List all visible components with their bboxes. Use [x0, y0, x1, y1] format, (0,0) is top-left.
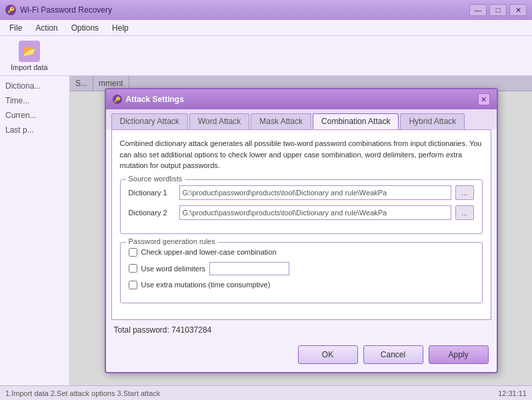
tab-mask-attack[interactable]: Mask Attack [251, 113, 311, 129]
password-rules-group: Password generation rules Check upper-an… [120, 242, 483, 303]
tab-word-attack[interactable]: Word Attack [189, 113, 249, 129]
menu-bar: File Action Options Help [0, 20, 532, 36]
total-password-label: Total password: [114, 325, 169, 335]
left-item-2[interactable]: Time... [0, 93, 69, 108]
minimize-button[interactable]: — [469, 4, 487, 16]
content-area: Dictiona... Time... Curren... Last p... … [0, 76, 532, 385]
check-delimiters-row: Use word delimiters [129, 262, 474, 275]
toolbar: 📂 Import data [0, 36, 532, 76]
left-item-3[interactable]: Curren... [0, 108, 69, 123]
check-delimiters-label: Use word delimiters [141, 265, 206, 273]
check-uppercase-checkbox[interactable] [129, 248, 137, 257]
source-wordlists-group: Source wordlists Dictionary 1 ... Dictio… [120, 179, 483, 234]
tab-hybrid-attack[interactable]: Hybrid Attack [400, 113, 465, 129]
check-delimiters-checkbox[interactable] [129, 264, 137, 273]
title-bar: 🔑 Wi-Fi Password Recovery — □ ✕ [0, 0, 532, 20]
cancel-button[interactable]: Cancel [363, 345, 423, 364]
import-data-button[interactable]: 📂 Import data [5, 38, 53, 74]
check-uppercase-row: Check upper-and lower-case combination [129, 248, 474, 257]
dict1-browse-button[interactable]: ... [455, 185, 474, 200]
close-window-button[interactable]: ✕ [509, 4, 527, 16]
description-text: Combined dictionary attack generates all… [120, 138, 483, 171]
status-bar: 1.Import data 2.Set attack options 3.Sta… [0, 385, 532, 400]
app-title: Wi-Fi Password Recovery [20, 5, 469, 15]
status-time: 12:31:11 [498, 389, 527, 397]
right-panel: S... mment 🔑 Attack Settings ✕ [70, 76, 532, 385]
modal-overlay: 🔑 Attack Settings ✕ Dictionary Attack Wo… [70, 76, 532, 385]
source-wordlists-label: Source wordlists [126, 175, 185, 183]
tab-dictionary-attack[interactable]: Dictionary Attack [111, 113, 188, 129]
dialog-title-bar: 🔑 Attack Settings ✕ [106, 89, 497, 109]
dialog-tabs: Dictionary Attack Word Attack Mask Attac… [106, 109, 497, 129]
check-uppercase-label: Check upper-and lower-case combination [141, 248, 277, 256]
tab-combination-attack[interactable]: Combination Attack [313, 113, 399, 129]
maximize-button[interactable]: □ [489, 4, 507, 16]
dict1-input[interactable] [179, 185, 451, 200]
dictionary2-row: Dictionary 2 ... [129, 205, 474, 220]
total-password-row: Total password: 741037284 [106, 320, 497, 340]
left-item-1[interactable]: Dictiona... [0, 79, 69, 93]
password-rules-label: Password generation rules [126, 237, 218, 245]
dialog-title: 🔑 Attack Settings [113, 95, 184, 104]
dialog-title-text: Attack Settings [126, 95, 184, 104]
title-bar-controls: — □ ✕ [469, 4, 527, 16]
check-mutations-checkbox[interactable] [129, 281, 137, 289]
dialog-icon: 🔑 [113, 95, 122, 104]
menu-action[interactable]: Action [29, 22, 64, 34]
dialog-buttons: OK Cancel Apply [106, 340, 497, 372]
total-password-value: 741037284 [171, 325, 211, 335]
menu-help[interactable]: Help [105, 22, 135, 34]
dictionary1-row: Dictionary 1 ... [129, 185, 474, 200]
dialog-close-button[interactable]: ✕ [478, 93, 490, 105]
main-window: 🔑 Wi-Fi Password Recovery — □ ✕ File Act… [0, 0, 532, 400]
import-icon: 📂 [19, 41, 40, 62]
status-steps: 1.Import data 2.Set attack options 3.Sta… [5, 389, 160, 397]
import-data-label: Import data [11, 63, 48, 71]
check-mutations-row: Use extra mutations (time consumptive) [129, 281, 474, 289]
apply-button[interactable]: Apply [429, 345, 489, 364]
dict2-input[interactable] [179, 205, 451, 220]
dict2-browse-button[interactable]: ... [455, 205, 474, 220]
tab-content: Combined dictionary attack generates all… [111, 129, 491, 320]
attack-settings-dialog: 🔑 Attack Settings ✕ Dictionary Attack Wo… [105, 88, 498, 373]
left-panel: Dictiona... Time... Curren... Last p... [0, 76, 70, 385]
left-item-4[interactable]: Last p... [0, 123, 69, 137]
dict1-label: Dictionary 1 [129, 189, 175, 197]
dict2-label: Dictionary 2 [129, 209, 175, 217]
app-icon: 🔑 [5, 5, 16, 15]
menu-file[interactable]: File [3, 22, 29, 34]
delimiter-input[interactable] [209, 262, 289, 275]
menu-options[interactable]: Options [65, 22, 105, 34]
ok-button[interactable]: OK [298, 345, 358, 364]
check-mutations-label: Use extra mutations (time consumptive) [141, 281, 271, 289]
